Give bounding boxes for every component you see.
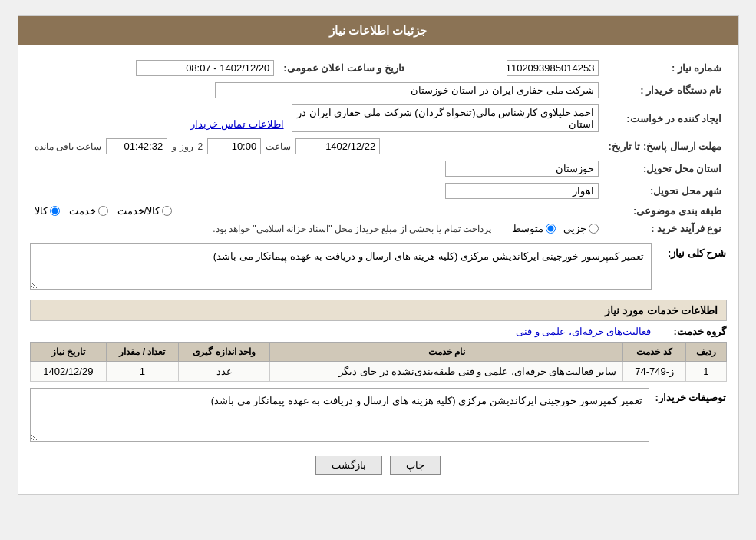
tarikhlan-label: تاریخ و ساعت اعلان عمومی:: [279, 57, 409, 79]
tosif-content: [30, 388, 649, 444]
cell-tedad: 1: [107, 362, 178, 382]
page-header: جزئیات اطلاعات نیاز: [18, 16, 738, 45]
ijad-konande-row: ایجاد کننده در خواست: احمد خلیلاوی کارشن…: [30, 101, 727, 135]
tarikhlan-input[interactable]: 1402/12/20 - 08:07: [136, 60, 274, 76]
khadamat-section-title: اطلاعات خدمات مورد نیاز: [30, 300, 727, 321]
cell-nam: سایر فعالیت‌های حرفه‌ای، علمی و فنی طبقه…: [270, 362, 623, 382]
tabaqe-row: طبقه بندی موضوعی: کالا/خدمت خدمت: [30, 202, 727, 220]
farayand-motavasset-radio[interactable]: [546, 224, 556, 234]
ostan-label: استان محل تحویل:: [603, 157, 726, 180]
tabaqe-value: کالا/خدمت خدمت کالا: [30, 202, 604, 220]
shomare-niaz-label: شماره نیاز :: [603, 57, 726, 79]
cell-radif: 1: [686, 362, 726, 382]
tabaqe-khedmat-radio[interactable]: [98, 206, 108, 216]
tabaqe-kalaKhedmat-radio[interactable]: [162, 206, 172, 216]
rooz-label: روز و: [172, 141, 193, 152]
cell-kod: ز-749-74: [622, 362, 685, 382]
sharhkoli-content: [30, 243, 652, 292]
tabaqe-label: طبقه بندی موضوعی:: [603, 202, 726, 220]
info-table: شماره نیاز : 1102093985014253 تاریخ و سا…: [30, 57, 727, 237]
ijad-konande-input[interactable]: احمد خلیلاوی کارشناس مالی(تنخواه گردان) …: [292, 104, 599, 132]
ijad-konande-value: احمد خلیلاوی کارشناس مالی(تنخواه گردان) …: [30, 101, 604, 135]
farayand-note: پرداخت تمام یا بخشی از مبلغ خریداز محل "…: [213, 224, 491, 234]
tabaqe-khedmat-label: خدمت: [69, 205, 96, 217]
tabaqe-kalaKhedmat[interactable]: کالا/خدمت: [117, 205, 173, 217]
content-area: شماره نیاز : 1102093985014253 تاریخ و سا…: [18, 45, 738, 494]
mohlat-saat-input[interactable]: 10:00: [207, 138, 261, 154]
chap-button[interactable]: چاپ: [390, 456, 441, 475]
nam-dastgah-label: نام دستگاه خریدار :: [603, 79, 726, 101]
mohlat-date-row: 1402/12/22 ساعت 10:00 2 روز و 01:42:32 س…: [35, 138, 599, 154]
ostan-row: استان محل تحویل: خوزستان: [30, 157, 727, 180]
col-nam: نام خدمت: [270, 343, 623, 362]
mohlat-baghimande-input[interactable]: 01:42:32: [106, 138, 167, 154]
farayand-row: نوع فرآیند خرید : جزیی متوسط پرداخت تمام…: [30, 220, 727, 237]
services-table-head: ردیف کد خدمت نام خدمت واحد اندازه گیری ت…: [30, 343, 726, 362]
shomare-niaz-value: 1102093985014253: [432, 57, 603, 79]
sharhkoli-textarea[interactable]: [30, 243, 652, 290]
main-container: جزئیات اطلاعات نیاز شماره نیاز : 1102093…: [18, 15, 739, 495]
shahr-label: شهر محل تحویل:: [603, 180, 726, 202]
shahr-row: شهر محل تحویل: اهواز: [30, 180, 727, 202]
shahr-input[interactable]: اهواز: [445, 183, 599, 199]
farayand-jozi-radio[interactable]: [589, 224, 599, 234]
grohe-label: گروه خدمت:: [658, 326, 727, 337]
shomare-niaz-row: شماره نیاز : 1102093985014253 تاریخ و سا…: [30, 57, 727, 79]
grohe-value[interactable]: فعالیت‌های حرفه‌ای، علمی و فنی: [516, 326, 651, 337]
shahr-value: اهواز: [30, 180, 604, 202]
rooz-value: 2: [198, 141, 203, 152]
sharhkoli-label: شرح کلی نیاز:: [658, 243, 727, 259]
mohlat-date-input[interactable]: 1402/12/22: [295, 138, 380, 154]
baghimande-label: ساعت باقی مانده: [35, 141, 102, 152]
col-tarikh: تاریخ نیاز: [30, 343, 107, 362]
ostan-input[interactable]: خوزستان: [445, 161, 599, 177]
services-header-row: ردیف کد خدمت نام خدمت واحد اندازه گیری ت…: [30, 343, 726, 362]
mohlat-value: 1402/12/22 ساعت 10:00 2 روز و 01:42:32 س…: [30, 135, 604, 157]
table-row: 1 ز-749-74 سایر فعالیت‌های حرفه‌ای، علمی…: [30, 362, 726, 382]
nam-dastgah-value: شرکت ملی حفاری ایران در استان خوزستان: [30, 79, 604, 101]
tabaqe-kalaKhedmat-label: کالا/خدمت: [117, 205, 160, 217]
farayand-label: نوع فرآیند خرید :: [603, 220, 726, 237]
services-table-body: 1 ز-749-74 سایر فعالیت‌های حرفه‌ای، علمی…: [30, 362, 726, 382]
tosif-row: توصیفات خریدار:: [30, 388, 727, 444]
col-kod: کد خدمت: [622, 343, 685, 362]
nam-dastgah-row: نام دستگاه خریدار : شرکت ملی حفاری ایران…: [30, 79, 727, 101]
cell-tarikh: 1402/12/29: [30, 362, 107, 382]
farayand-value: جزیی متوسط پرداخت تمام یا بخشی از مبلغ خ…: [30, 220, 604, 237]
farayand-motavasset-label: متوسط: [512, 223, 543, 234]
col-tedad: تعداد / مقدار: [107, 343, 178, 362]
tabaqe-kala-radio[interactable]: [50, 206, 60, 216]
bazgasht-button[interactable]: بازگشت: [315, 456, 382, 475]
tabaqe-khedmat[interactable]: خدمت: [69, 205, 108, 217]
tarikhlan-value: 1402/12/20 - 08:07: [30, 57, 279, 79]
tabaqe-kala-label: کالا: [35, 205, 48, 217]
col-vahed: واحد اندازه گیری: [178, 343, 270, 362]
grohe-row: گروه خدمت: فعالیت‌های حرفه‌ای، علمی و فن…: [30, 326, 727, 337]
tosif-label: توصیفات خریدار:: [655, 388, 727, 403]
farayand-motavasset[interactable]: متوسط: [512, 223, 556, 234]
services-table: ردیف کد خدمت نام خدمت واحد اندازه گیری ت…: [30, 342, 727, 382]
mohlat-row: مهلت ارسال پاسخ: تا تاریخ: 1402/12/22 سا…: [30, 135, 727, 157]
shomare-niaz-input[interactable]: 1102093985014253: [507, 60, 599, 76]
ostan-value: خوزستان: [30, 157, 604, 180]
farayand-options-row: جزیی متوسط پرداخت تمام یا بخشی از مبلغ خ…: [35, 223, 599, 234]
saat-label: ساعت: [266, 141, 291, 152]
farayand-jozi[interactable]: جزیی: [563, 223, 599, 234]
col-radif: ردیف: [686, 343, 726, 362]
ijad-konande-label: ایجاد کننده در خواست:: [603, 101, 726, 135]
button-bar: چاپ بازگشت: [30, 444, 727, 482]
tamas-link[interactable]: اطلاعات تماس خریدار: [190, 118, 283, 130]
nam-dastgah-input[interactable]: شرکت ملی حفاری ایران در استان خوزستان: [215, 82, 599, 98]
page-title: جزئیات اطلاعات نیاز: [329, 24, 427, 37]
tosif-textarea[interactable]: [30, 388, 649, 442]
farayand-jozi-label: جزیی: [563, 223, 586, 234]
cell-vahed: عدد: [178, 362, 270, 382]
tabaqe-kala[interactable]: کالا: [35, 205, 60, 217]
sharhkoli-row: شرح کلی نیاز:: [30, 243, 727, 292]
tabaqe-radio-group: کالا/خدمت خدمت کالا: [35, 205, 599, 217]
mohlat-label: مهلت ارسال پاسخ: تا تاریخ:: [603, 135, 726, 157]
